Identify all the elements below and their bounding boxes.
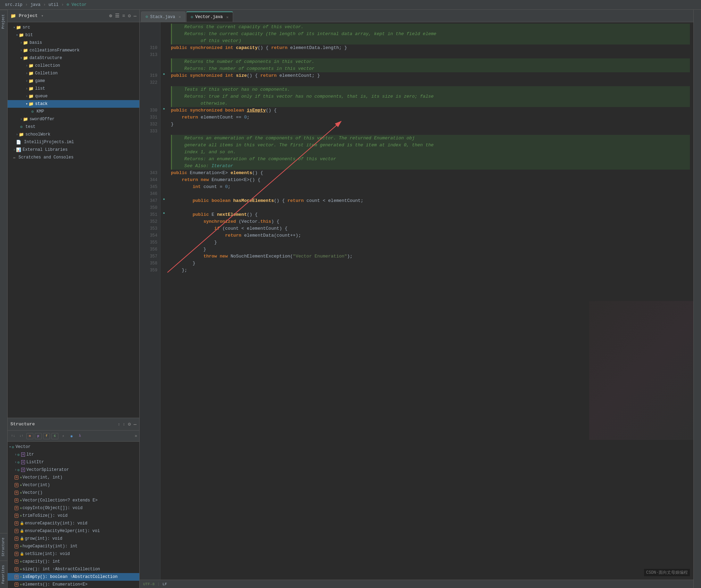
align-left-icon[interactable]: ☰ (115, 13, 119, 19)
struct-item-copyinto[interactable]: m ▲ copyInto(Object[]): void (8, 504, 139, 512)
struct-item-vector-int-int[interactable]: m ▲ Vector(int, int) (8, 474, 139, 481)
sort-desc-btn[interactable]: ↓↑ (18, 433, 25, 439)
tree-item-intellijprojects[interactable]: 📄 IntellijProjects.iml (8, 138, 139, 146)
struct-item-setsize[interactable]: m 🔒 setSize(int): void (8, 550, 139, 558)
folder-icon: 📁 (10, 13, 16, 19)
code-line-353: if (count < elementCount) { (171, 225, 690, 232)
code-line-359: }; (171, 267, 690, 274)
struct-item-listltr[interactable]: › ⊙ a ListItr (8, 458, 139, 466)
tab-stack-java[interactable]: ⊙ Stack.java ✕ (141, 11, 185, 22)
tab-vector-java[interactable]: ⊙ Vector.java ✕ (186, 11, 233, 22)
struct-item-hugecapacity[interactable]: m ▲ hugeCapacity(int): int (8, 542, 139, 550)
filter-f-btn[interactable]: f (43, 433, 50, 439)
more-btn[interactable]: » (135, 434, 137, 439)
code-editor[interactable]: 310 313 319 322 330 331 332 333 343 34 (140, 22, 693, 580)
filter-p-btn[interactable]: p (35, 433, 42, 439)
code-gutter: ● ● ● ● (160, 22, 167, 580)
side-tab-project[interactable]: Project (0, 10, 7, 33)
filter-lambda-btn[interactable]: λ (76, 433, 83, 439)
bottom-bar: UTF-8 | LF (140, 580, 693, 588)
tree-item-bit[interactable]: ▾ 📁 bit (8, 31, 139, 39)
tree-item-schoolwork[interactable]: › 📁 schoolWork (8, 131, 139, 138)
code-line: Returns the current capacity of this vec… (171, 24, 690, 31)
tab-close-vector[interactable]: ✕ (226, 15, 229, 19)
code-line-332: } (171, 121, 690, 128)
tree-item-swordoffer[interactable]: › 📁 swordOffer (8, 115, 139, 123)
editor-area: ⊙ Stack.java ✕ ⊙ Vector.java ✕ 310 313 (140, 10, 693, 588)
code-line: Returns an enumeration of the components… (171, 135, 690, 142)
code-line-357: throw new NoSuchElementException("Vector… (171, 253, 690, 260)
struct-item-vector-empty[interactable]: m ▲ Vector() (8, 489, 139, 497)
bottom-status: UTF-8 (143, 582, 155, 586)
code-line-350 (171, 204, 690, 211)
tree-item-scratches[interactable]: ✏ Scratches and Consoles (8, 154, 139, 161)
side-tab-favorites[interactable]: Favorites (0, 561, 7, 588)
filter-c-btn[interactable]: C (51, 433, 58, 439)
breadcrumb-src[interactable]: src.zip (5, 2, 22, 7)
sort-az-icon[interactable]: ↕ (118, 422, 120, 426)
struct-item-vector[interactable]: ▾ ⊙ Vector (8, 443, 139, 451)
struct-item-ensurecapacityhelper[interactable]: m 🔒 ensureCapacityHelper(int): voi (8, 527, 139, 535)
breadcrumb-vector[interactable]: ⊙ Vector (67, 2, 87, 7)
settings-icon[interactable]: ⚙ (128, 13, 131, 19)
minimize-icon[interactable]: — (134, 13, 137, 19)
tree-item-kmp[interactable]: ⊙ KMP (8, 108, 139, 115)
side-tab-structure[interactable]: Structure (0, 533, 7, 561)
breadcrumb-java[interactable]: java (31, 2, 41, 7)
struct-settings-icon[interactable]: ⚙ (128, 421, 131, 427)
filter-circle-btn[interactable]: ◉ (68, 433, 75, 439)
breadcrumb-util[interactable]: util (49, 2, 59, 7)
code-line: Returns: true if and only if this vector… (171, 93, 690, 100)
code-line-319: public synchronized int size() { return … (171, 72, 690, 79)
tree-item-collections[interactable]: › 📁 colleationsFramework (8, 47, 139, 54)
watermark: CSDN·面向丈母娘编程 (644, 569, 690, 576)
struct-item-grow[interactable]: m 🔒 grow(int): void (8, 535, 139, 542)
structure-tree: ▾ ⊙ Vector › ⊙ a ltr › ⊙ a ListItr (8, 442, 139, 588)
struct-item-size[interactable]: m ▲ size(): int ↑AbstractCollection (8, 565, 139, 573)
code-line-354: return elementData(count++); (171, 232, 690, 239)
code-line-355: } (171, 239, 690, 246)
tree-item-test[interactable]: ⊙ test (8, 123, 139, 131)
project-tree: ▾ 📁 src ▾ 📁 bit › 📁 basis (8, 22, 139, 418)
tree-item-queue[interactable]: › 📁 queue (8, 92, 139, 100)
code-line: otherwise. (171, 100, 690, 107)
struct-item-isempty[interactable]: m ▲ isEmpty(): boolean ↑AbstractCollecti… (8, 573, 139, 581)
tree-item-datastructure[interactable]: ▾ 📁 dataStructure (8, 54, 139, 62)
align-right-icon[interactable]: ≡ (122, 13, 125, 19)
struct-item-ensurecapacity[interactable]: m 🔒 ensureCapacity(int): void (8, 520, 139, 527)
tree-item-game[interactable]: › 📁 game (8, 77, 139, 85)
code-line: Tests if this vector has no components. (171, 86, 690, 93)
tree-item-stack[interactable]: ▾ 📁 stack (8, 100, 139, 108)
struct-item-vector-int[interactable]: m ▲ Vector(int) (8, 481, 139, 489)
breadcrumb-bar: src.zip › java › util › ⊙ Vector (0, 0, 701, 10)
filter-m-btn[interactable]: m (26, 433, 33, 439)
struct-minimize-icon[interactable]: — (134, 422, 137, 427)
tree-item-list[interactable]: › 📁 list (8, 85, 139, 92)
struct-item-ltr[interactable]: › ⊙ a ltr (8, 451, 139, 458)
sort-asc-btn[interactable]: ↑↓ (10, 433, 17, 439)
tree-item-colletion[interactable]: › 📁 Colletion (8, 70, 139, 77)
project-dropdown-icon[interactable]: ▾ (41, 14, 44, 18)
sort-za-icon[interactable]: ↕ (123, 422, 125, 426)
code-line-330: public synchronized boolean isEmpty() { (171, 107, 690, 114)
sync-icon[interactable]: ⊕ (109, 13, 112, 19)
project-title: Project (19, 13, 38, 18)
line-numbers: 310 313 319 322 330 331 332 333 343 34 (140, 22, 160, 580)
struct-item-vector-collection[interactable]: m ▲ Vector(Collection<? extends E> (8, 497, 139, 504)
tree-item-external-libraries[interactable]: › 📊 External Libraries (8, 146, 139, 154)
code-line-352: synchronized (Vector.this) { (171, 218, 690, 225)
code-line-356: } (171, 246, 690, 253)
struct-item-capacity[interactable]: m ▲ capacity(): int (8, 558, 139, 565)
project-panel-header: 📁 Project ▾ ⊕ ☰ ≡ ⚙ — (8, 10, 139, 22)
code-content[interactable]: Returns the current capacity of this vec… (167, 22, 693, 580)
filter-tree-btn[interactable]: ⚡ (60, 433, 67, 439)
struct-item-elements[interactable]: m ▲ elements(): Enumeration<E> (8, 581, 139, 588)
tree-item-src[interactable]: ▾ 📁 src (8, 24, 139, 31)
tree-item-basis[interactable]: › 📁 basis (8, 39, 139, 47)
struct-item-trimtosize[interactable]: m ▲ trimToSize(): void (8, 512, 139, 520)
struct-item-vectorspliterator[interactable]: › ⊙ a VectorSpliterator (8, 466, 139, 474)
code-line-344: return new Enumeration<E>() { (171, 177, 690, 183)
code-line-322 (171, 79, 690, 86)
tree-item-collection[interactable]: › 📁 collection (8, 62, 139, 70)
tab-close-stack[interactable]: ✕ (179, 15, 181, 19)
